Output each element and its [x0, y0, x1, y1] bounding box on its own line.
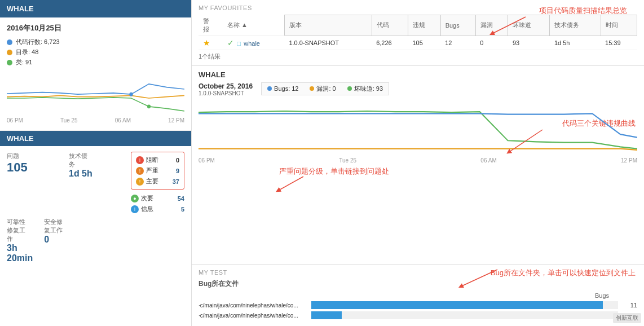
col-alert: 警报 [199, 15, 223, 36]
info-label: 信息 [141, 205, 181, 213]
whale-chart-title: WHALE [199, 71, 226, 79]
severity-major[interactable]: ! 主要 37 [136, 177, 179, 186]
legend-dirs: 目录: 48 [16, 48, 38, 56]
bug-files-label: Bug所在文件 [199, 279, 637, 289]
col-bugs: Bugs [440, 15, 475, 36]
row-star[interactable]: ★ [199, 36, 223, 50]
main-chart [199, 100, 637, 156]
row-techdebt: 1d 5h [550, 36, 601, 50]
major-count: 37 [173, 178, 179, 185]
row-violations: 105 [408, 36, 440, 50]
smells-dot [347, 86, 352, 91]
info-icon: i [131, 205, 139, 213]
chart-legend-inline: Bugs: 12 漏洞: 0 坏味道: 93 [261, 82, 389, 95]
bug-count-1: 11 [620, 302, 637, 309]
row-bugs: 12 [440, 36, 475, 50]
legend-code-lines: 代码行数: 6,723 [16, 38, 60, 46]
col-name: 名称 ▲ [223, 15, 285, 36]
project-link[interactable]: whale [244, 40, 260, 47]
chart-x-labels: 06 PM Tue 25 06 AM 12 PM [7, 116, 184, 125]
critical-icon: ! [136, 167, 144, 175]
severity-critical[interactable]: ! 严重 9 [136, 166, 179, 175]
whale-chart-date: October 25, 2016 [199, 82, 253, 90]
legend-vuln: 漏洞: 0 [310, 85, 336, 93]
bug-bar-fill-1 [311, 301, 603, 309]
minor-count: 54 [178, 195, 184, 202]
col-smells: 坏味道 [508, 15, 550, 36]
row-smells: 93 [508, 36, 550, 50]
minor-label: 次要 [141, 194, 178, 202]
left-header: WHALE [0, 0, 191, 17]
smells-legend-label: 坏味道: 93 [354, 85, 383, 93]
bug-file-path-1: ·c/main/java/com/ninelephas/whale/co... [199, 302, 311, 309]
bug-file-path-2: ·c/main/java/com/ninelephas/whale/co... [199, 312, 311, 319]
major-icon: ! [136, 178, 144, 186]
col-violations: 违规 [408, 15, 440, 36]
bug-table-header: Bugs [199, 292, 637, 299]
blue-dot [7, 39, 12, 45]
whale-x-labels: 06 PM Tue 25 06 AM 12 PM [199, 156, 637, 164]
svg-point-1 [147, 104, 151, 108]
row-vuln: 0 [475, 36, 508, 50]
tech-debt-label: 技术债务 [69, 152, 122, 169]
whale-chart-section: WHALE October 25, 2016 1.0.0-SNAPSHOT Bu… [192, 66, 644, 265]
col-vulnerabilities: 漏洞 [475, 15, 508, 36]
minor-icon: ● [131, 195, 139, 202]
bug-table: Bugs ·c/main/java/com/ninelephas/whale/c… [199, 292, 637, 319]
watermark: 创新互联 [613, 313, 641, 323]
severity-minor[interactable]: ● 次要 54 [131, 194, 184, 202]
severity-blocker[interactable]: ! 阻断 0 [136, 156, 179, 164]
row-check[interactable]: ✓ □ whale [223, 36, 285, 50]
fav-title: MY FAVOURITES [199, 5, 637, 11]
bugs-dot [267, 86, 272, 91]
vuln-legend-label: 漏洞: 0 [316, 85, 336, 93]
mini-chart [7, 71, 184, 116]
issues-value: 105 [7, 160, 60, 175]
chart-legend: 代码行数: 6,723 目录: 48 类: 91 [7, 38, 184, 67]
tech-debt-value: 1d 5h [69, 169, 122, 179]
svg-point-0 [129, 92, 133, 96]
fav-table: 警报 名称 ▲ 版本 代码 违规 Bugs 漏洞 坏味道 技术债务 时间 ★ [199, 15, 637, 50]
severity-box: ! 阻断 0 ! 严重 9 ! 主要 37 [131, 152, 184, 190]
green-dot [7, 60, 12, 65]
bug-bar-2 [311, 311, 618, 319]
issues-label: 问题 [7, 152, 60, 160]
security-label: 安全修复工作 [44, 218, 63, 235]
legend-smells: 坏味道: 93 [347, 85, 383, 93]
bug-bar-1 [311, 301, 618, 309]
bugs-column-header: Bugs [595, 292, 609, 299]
reliability-value: 3h [7, 243, 33, 253]
major-label: 主要 [146, 177, 173, 186]
row-code: 6,226 [372, 36, 408, 50]
critical-count: 9 [176, 168, 179, 174]
critical-label: 严重 [146, 166, 176, 175]
bug-bar-fill-2 [311, 311, 342, 319]
legend-classes: 类: 91 [16, 58, 32, 67]
row-time: 15:39 [601, 36, 637, 50]
result-count: 1个结果 [199, 52, 637, 61]
col-version: 版本 [284, 15, 372, 36]
whale-chart-header: October 25, 2016 1.0.0-SNAPSHOT Bugs: 12… [199, 82, 637, 96]
test-title: MY TEST [199, 269, 637, 276]
blocker-icon: ! [136, 156, 144, 164]
test-section: MY TEST Bug所在文件 Bugs ·c/main/java/com/ni… [192, 265, 644, 326]
security-value: 0 [44, 235, 63, 245]
bug-row-2[interactable]: ·c/main/java/com/ninelephas/whale/co... … [199, 311, 637, 319]
reliability-label: 可靠性修复工作 [7, 218, 33, 243]
bug-row-1[interactable]: ·c/main/java/com/ninelephas/whale/co... … [199, 301, 637, 309]
blocker-count: 0 [176, 157, 179, 164]
col-code: 代码 [372, 15, 408, 36]
chart-date: 2016年10月25日 [7, 23, 184, 33]
blocker-label: 阻断 [146, 156, 176, 164]
whale-section-title: WHALE [0, 131, 191, 146]
row-version: 1.0.0-SNAPSHOT [284, 36, 372, 50]
col-time: 时间 [601, 15, 637, 36]
fav-row[interactable]: ★ ✓ □ whale 1.0.0-SNAPSHOT 6,226 105 12 … [199, 36, 637, 50]
legend-bugs: Bugs: 12 [267, 85, 298, 93]
severity-info[interactable]: i 信息 5 [131, 205, 184, 213]
fav-section: MY FAVOURITES 警报 名称 ▲ 版本 代码 违规 Bugs 漏洞 坏… [192, 0, 644, 66]
orange-dot [7, 50, 12, 55]
info-count: 5 [181, 206, 184, 213]
col-techdebt: 技术债务 [550, 15, 601, 36]
whale-chart-snapshot: 1.0.0-SNAPSHOT [199, 90, 253, 96]
